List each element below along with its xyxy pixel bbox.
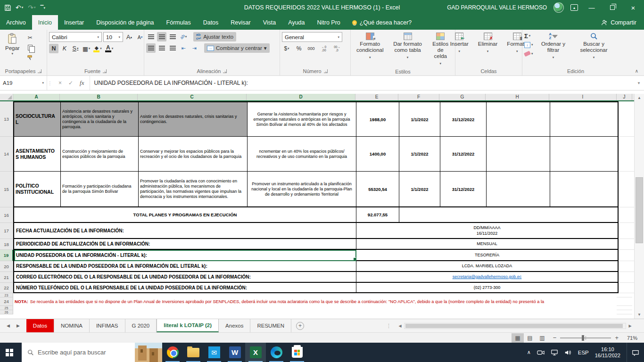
font-size-combo[interactable]: 10▾ [103,32,123,42]
number-format-combo[interactable]: General▾ [282,32,342,42]
zoom-slider[interactable] [560,337,611,338]
font-name-combo[interactable]: Calibri▾ [49,32,102,42]
autosum-button[interactable]: Σ▾ [524,32,533,40]
cell-B14[interactable]: Construcción y mejoramiento de espacios … [61,137,139,172]
cut-button[interactable]: ✂ [25,34,35,41]
vertical-scroll-thumb[interactable] [636,177,643,243]
fill-button[interactable]: ↓▾ [524,41,533,49]
row-header-17[interactable]: 17 [0,223,13,239]
font-color-button[interactable]: A▾ [104,44,115,53]
ribbon-tab-ayuda[interactable]: Ayuda [282,15,311,30]
cell-E21[interactable]: secretaria@gadvallehermoso.gob.ec [356,272,618,283]
select-all-corner[interactable] [0,94,13,100]
number-dialog-launcher[interactable] [324,69,328,73]
row-header-25[interactable]: 25 [0,306,13,310]
cell-I14[interactable] [550,137,618,172]
new-sheet-button[interactable]: + [296,322,304,330]
cell-A17[interactable]: FECHA ACTUALIZACIÓN DE LA INFORMACIÓN: [14,223,356,239]
cell-A23[interactable] [13,293,617,297]
italic-button[interactable]: K [60,44,69,53]
cell-F16[interactable] [399,207,618,223]
format-painter-button[interactable] [25,54,35,61]
cell-E19[interactable]: TESORERÍA [356,250,618,261]
cell-E17[interactable]: DD/MM/AAAA16/11/2022 [356,223,618,239]
cell-B15[interactable]: Formación y participación ciudadana de l… [61,172,139,207]
cell-D14[interactable]: ncrementar en un 40% los espacios públic… [248,137,356,172]
insert-cells-button[interactable]: ⇤Insertar▾ [446,31,472,56]
ribbon-tab-f-rmulas[interactable]: Fórmulas [160,15,197,30]
undo-button[interactable]: ↶▾ [16,4,23,11]
cell-D15[interactable]: Promover un instrumento articulado a la … [248,172,356,207]
percent-button[interactable]: % [294,44,304,53]
underline-button[interactable]: S▾ [71,44,80,53]
share-button[interactable]: Compartir [594,15,644,30]
customize-qat-button[interactable]: ▔▾ [41,5,45,10]
column-header-B[interactable]: B [60,94,138,100]
cell-D13[interactable]: Generar la Asistencia humanitaria por ri… [248,102,356,137]
cell-A25[interactable] [13,306,617,310]
cell-J15[interactable] [619,172,634,207]
delete-cells-button[interactable]: ✗Eliminar▾ [474,31,502,56]
redo-button[interactable]: ↷▾ [28,4,35,11]
cell-F14[interactable]: 1/1/2022 [399,137,440,172]
cell-A14[interactable]: ASENTAMIENTOS HUMANOS [14,137,61,172]
taskbar-edge[interactable] [266,343,287,362]
sheet-tab-literal-k-lotaip-2[interactable]: literal k LOTAIP (2) [157,319,219,332]
scroll-up-button[interactable]: ▲ [635,94,644,102]
cell-A16[interactable]: TOTAL PLANES Y PROGRAMAS EN EJECUCIÓN [14,207,356,223]
sheet-tab-datos[interactable]: Datos [26,319,54,332]
zoom-level[interactable]: 71% [623,335,637,341]
row-header-14[interactable]: 14 [0,137,13,172]
cell-A19[interactable]: UNIDAD POSEEDORA DE LA INFORMACIÓN - LIT… [14,250,356,261]
row-header-16[interactable]: 16 [0,207,13,223]
cancel-entry-button[interactable]: × [58,80,62,86]
cell-A24[interactable]: NOTA:Se recuerda a las entidades que si … [13,297,617,306]
decrease-decim al-button[interactable]: 00→,0 [332,45,342,52]
cell-J22[interactable] [619,283,634,293]
cell-A22[interactable]: NÚMERO TELEFÓNICO DEL O LA RESPONSABLE D… [14,283,356,293]
name-box[interactable]: A19▾ [0,76,47,90]
align-middle-button[interactable] [157,32,166,41]
increase-font-button[interactable]: A▴ [124,33,134,42]
cell-A13[interactable]: SOCIOCULTURAL [14,102,61,137]
cell-A21[interactable]: CORREO ELECTRÓNICO DEL O LA RESPONSABLE … [14,272,356,283]
column-header-D[interactable]: D [247,94,355,100]
sheet-tab-resumen[interactable]: RESUMEN [250,319,291,332]
tell-me-box[interactable]: ¿Qué desea hacer? [347,15,418,30]
taskbar-search[interactable]: Escribe aquí para buscar [22,343,162,362]
row-header-21[interactable]: 21 [0,272,13,283]
row-header-13[interactable]: 13 [0,101,13,137]
sheet-nav-left-icon[interactable]: ◀ [7,323,10,328]
ribbon-tab-datos[interactable]: Datos [197,15,225,30]
taskbar-word[interactable]: W [224,343,245,362]
scroll-down-button[interactable]: ▼ [635,311,644,319]
cell-E14[interactable]: 1400,00 [356,137,399,172]
taskbar-chrome[interactable] [162,343,183,362]
sort-filter-button[interactable]: AZ Ordenar y filtrar▾ [536,31,571,62]
vertical-scrollbar[interactable]: ▲ ▼ [634,94,644,319]
clock[interactable]: 16:10 16/11/2022 [595,346,620,359]
cell-J18[interactable] [619,239,634,250]
cell-C14[interactable]: Conservar y mejorar los espacios público… [139,137,248,172]
cell-J21[interactable] [619,272,634,283]
cell-J25[interactable] [617,306,632,310]
ribbon-tab-vista[interactable]: Vista [257,15,282,30]
align-center-button[interactable] [157,43,166,53]
cell-A18[interactable]: PERIODICIDAD DE ACTUALIZACIÓN DE LA INFO… [14,239,356,250]
close-button[interactable]: × [626,4,640,12]
cell-E15[interactable]: 55320,54 [356,172,399,207]
column-header-J[interactable]: J [617,94,632,100]
ribbon-tab-archivo[interactable]: Archivo [0,15,32,30]
column-header-E[interactable]: E [355,94,398,100]
align-right-button[interactable] [168,43,177,53]
sheet-tab-g-2020[interactable]: G 2020 [125,319,157,332]
conditional-formatting-button[interactable]: Formato condicional▾ [353,31,388,62]
horizontal-scroll-thumb[interactable] [405,324,623,328]
align-top-button[interactable] [146,32,156,41]
cell-E16[interactable]: 92.077,55 [356,207,399,223]
minimize-button[interactable]: — [585,4,599,11]
undo-dropdown-icon[interactable]: ▾ [22,6,24,9]
row-header-15[interactable]: 15 [0,172,13,207]
sheet-tab-anexos[interactable]: Anexos [219,319,250,332]
cell-A15[interactable]: POLÍTICO INSTITUCIONAL [14,172,61,207]
